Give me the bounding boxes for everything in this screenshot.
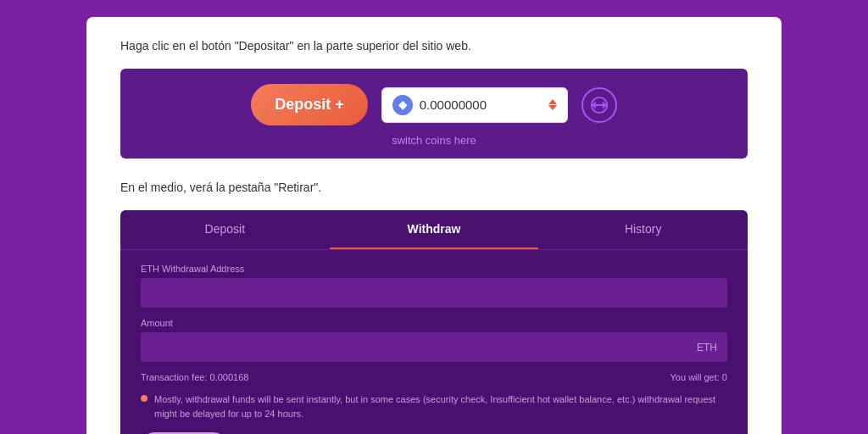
- address-input[interactable]: [141, 278, 727, 308]
- arrows-icon[interactable]: [548, 99, 557, 110]
- warning-dot-icon: [141, 395, 147, 402]
- address-field-group: ETH Withdrawal Address: [141, 264, 727, 308]
- switch-coins-label: switch coins here: [392, 134, 476, 147]
- tab-deposit[interactable]: Deposit: [120, 210, 330, 249]
- transaction-fee-text: Transaction fee: 0.000168: [141, 372, 248, 382]
- instruction-2-text: En el medio, verá la pestaña "Retirar".: [120, 179, 748, 197]
- deposit-top-row: Deposit + ◆ 0.00000000: [141, 84, 727, 125]
- amount-field-label: Amount: [141, 318, 727, 328]
- warning-row: Mostly, withdrawal funds will be sent in…: [141, 392, 727, 420]
- withdraw-body: ETH Withdrawal Address Amount ETH Transa…: [120, 250, 748, 434]
- scale-icon: [590, 96, 609, 114]
- you-will-get-text: You will get: 0: [670, 372, 727, 382]
- coin-value: 0.00000000: [420, 97, 487, 112]
- withdraw-ui-box: Deposit Withdraw History ETH Withdrawal …: [120, 210, 748, 434]
- eth-suffix: ETH: [697, 342, 717, 353]
- coin-input-left: ◆ 0.00000000: [392, 95, 487, 115]
- page-container: Haga clic en el botón "Depositar" en la …: [86, 17, 782, 434]
- instruction-1-text: Haga clic en el botón "Depositar" en la …: [120, 37, 748, 55]
- eth-icon: ◆: [392, 95, 413, 115]
- tab-history[interactable]: History: [538, 210, 748, 249]
- fee-row: Transaction fee: 0.000168 You will get: …: [141, 372, 727, 382]
- coin-input-wrapper: ◆ 0.00000000: [381, 87, 568, 123]
- arrow-up-icon: [548, 99, 557, 104]
- deposit-ui-box: Deposit + ◆ 0.00000000: [120, 69, 748, 159]
- scale-icon-button[interactable]: [581, 87, 617, 123]
- warning-text: Mostly, withdrawal funds will be sent in…: [154, 392, 727, 420]
- tab-withdraw[interactable]: Withdraw: [330, 210, 539, 249]
- deposit-button[interactable]: Deposit +: [251, 84, 368, 125]
- amount-input[interactable]: [141, 332, 727, 362]
- amount-input-wrapper: ETH: [141, 332, 727, 362]
- amount-field-group: Amount ETH: [141, 318, 727, 362]
- arrow-down-icon: [548, 105, 557, 110]
- tabs-row: Deposit Withdraw History: [120, 210, 748, 250]
- address-field-label: ETH Withdrawal Address: [141, 264, 727, 274]
